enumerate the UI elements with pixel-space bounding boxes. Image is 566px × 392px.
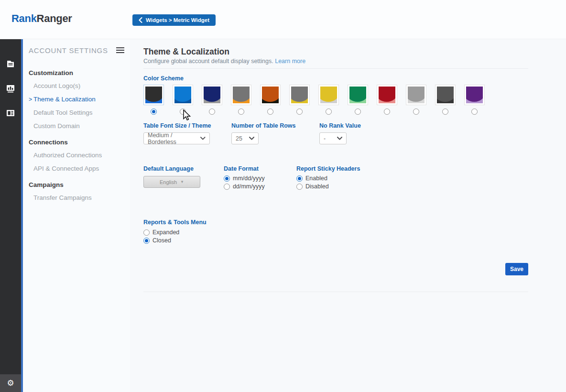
swatch-tile-12[interactable] (464, 85, 485, 105)
sidebar-item-api-connected-apps[interactable]: API & Connected Apps (29, 162, 130, 175)
reports-tools-menu-options: ExpandedClosed (143, 229, 528, 244)
swatch-radio-5[interactable] (267, 109, 273, 115)
bottom-divider (143, 292, 528, 292)
color-swatch-10[interactable] (406, 85, 426, 115)
chevron-down-icon (200, 137, 206, 140)
radio-icon[interactable] (296, 175, 303, 182)
swatch-radio-7[interactable] (326, 109, 332, 115)
color-swatch-9[interactable] (377, 85, 397, 115)
color-scheme-label: Color Scheme (143, 75, 528, 82)
radio-option-label: dd/mm/yyyy (233, 183, 265, 190)
sticky-headers-options: EnabledDisabled (296, 175, 329, 190)
color-swatch-2[interactable] (173, 85, 193, 115)
page-subtitle: Configure global account default display… (143, 58, 528, 65)
chevron-down-icon (249, 137, 254, 140)
sidebar-item-account-logo-s[interactable]: Account Logo(s) (29, 79, 130, 93)
main-content: Theme & Localization Configure global ac… (130, 39, 566, 392)
color-scheme-swatches (143, 85, 528, 115)
swatch-tile-9[interactable] (377, 85, 397, 105)
table-rows-label: Number of Table Rows (231, 122, 296, 129)
sidebar-item-default-tool-settings[interactable]: Default Tool Settings (29, 106, 130, 120)
swatch-radio-9[interactable] (384, 109, 390, 115)
color-swatch-8[interactable] (348, 85, 368, 115)
radio-option-enabled[interactable]: Enabled (296, 175, 329, 182)
swatch-tile-4[interactable] (231, 85, 251, 105)
radio-option-expanded[interactable]: Expanded (143, 229, 528, 236)
color-swatch-12[interactable] (464, 85, 485, 115)
no-rank-select[interactable]: - (319, 132, 347, 144)
table-font-value: Medium / Borderless (148, 132, 200, 145)
color-swatch-1[interactable] (143, 85, 164, 115)
nav-button-label: Widgets > Metric Widget (146, 17, 209, 23)
table-font-select[interactable]: Medium / Borderless (143, 132, 210, 144)
color-swatch-3[interactable] (202, 85, 222, 115)
radio-icon[interactable] (224, 175, 230, 182)
default-language-button[interactable]: English ▼ (143, 176, 200, 188)
sidebar-item-custom-domain[interactable]: Custom Domain (29, 120, 130, 133)
radio-option-closed[interactable]: Closed (143, 237, 528, 244)
swatch-radio-12[interactable] (471, 109, 478, 115)
sidebar-group-customization: Customization (29, 66, 130, 79)
color-swatch-6[interactable] (289, 85, 310, 115)
swatch-tile-2[interactable] (173, 85, 193, 105)
no-rank-value: - (324, 135, 326, 142)
documents-icon[interactable] (6, 59, 15, 69)
color-swatch-4[interactable] (231, 85, 251, 115)
swatch-radio-1[interactable] (151, 109, 157, 115)
sidebar-item-theme-localization[interactable]: >Theme & Localization (29, 93, 130, 107)
date-format-label: Date Format (224, 165, 259, 172)
radio-option-label: Enabled (305, 175, 327, 182)
sidebar-item-transfer-campaigns[interactable]: Transfer Campaigns (29, 191, 130, 205)
swatch-radio-3[interactable] (209, 109, 215, 115)
app-logo[interactable]: RankRanger (11, 12, 72, 25)
save-button[interactable]: Save (505, 263, 528, 275)
radio-icon[interactable] (296, 184, 303, 190)
swatch-radio-8[interactable] (355, 109, 361, 115)
hamburger-menu-icon[interactable] (115, 45, 125, 55)
gear-icon: ⚙ (7, 379, 14, 387)
widgets-breadcrumb-button[interactable]: Widgets > Metric Widget (132, 14, 216, 26)
swatch-tile-10[interactable] (406, 85, 426, 105)
swatch-tile-7[interactable] (318, 85, 339, 105)
learn-more-link[interactable]: Learn more (275, 58, 305, 65)
swatch-radio-11[interactable] (442, 109, 448, 115)
logo-ranger: Ranger (37, 12, 72, 24)
radio-icon[interactable] (143, 238, 150, 244)
swatch-radio-6[interactable] (296, 109, 303, 115)
settings-footer-button[interactable]: ⚙ (0, 374, 21, 392)
bar-chart-icon[interactable] (6, 84, 15, 93)
swatch-tile-6[interactable] (289, 85, 310, 105)
color-swatch-5[interactable] (260, 85, 281, 115)
table-rows-select[interactable]: 25 (231, 132, 259, 144)
swatch-radio-2[interactable] (180, 109, 186, 115)
caret-down-icon: ▼ (180, 180, 184, 184)
active-chevron-icon: > (29, 96, 32, 103)
radio-option-mm-dd-yyyy[interactable]: mm/dd/yyyy (224, 175, 265, 182)
sidebar-group-connections: Connections (29, 136, 130, 149)
radio-option-dd-mm-yyyy[interactable]: dd/mm/yyyy (224, 183, 265, 190)
language-settings-row: Default Language English ▼ Date Format m… (143, 165, 528, 190)
sidebar-groups: CustomizationAccount Logo(s)>Theme & Loc… (23, 55, 130, 205)
page-title: Theme & Localization (143, 47, 528, 56)
account-settings-sidebar: ACCOUNT SETTINGS CustomizationAccount Lo… (23, 39, 130, 392)
color-swatch-11[interactable] (435, 85, 456, 115)
swatch-tile-5[interactable] (260, 85, 281, 105)
no-rank-label: No Rank Value (319, 122, 361, 129)
color-swatch-7[interactable] (318, 85, 339, 115)
top-divider (143, 68, 528, 69)
swatch-tile-11[interactable] (435, 85, 456, 105)
table-font-label: Table Font Size / Theme (143, 122, 211, 129)
swatch-tile-1[interactable] (143, 85, 164, 105)
radio-option-label: mm/dd/yyyy (233, 175, 265, 182)
swatch-radio-4[interactable] (238, 109, 244, 115)
swatch-tile-8[interactable] (348, 85, 368, 105)
table-rows-value: 25 (236, 135, 242, 142)
default-language-value: English (160, 179, 177, 185)
radio-option-disabled[interactable]: Disabled (296, 183, 329, 190)
swatch-tile-3[interactable] (202, 85, 222, 105)
sidebar-item-authorized-connections[interactable]: Authorized Connections (29, 149, 130, 162)
report-layout-icon[interactable] (6, 108, 15, 118)
swatch-radio-10[interactable] (413, 109, 419, 115)
radio-icon[interactable] (143, 229, 150, 236)
radio-icon[interactable] (224, 184, 230, 190)
